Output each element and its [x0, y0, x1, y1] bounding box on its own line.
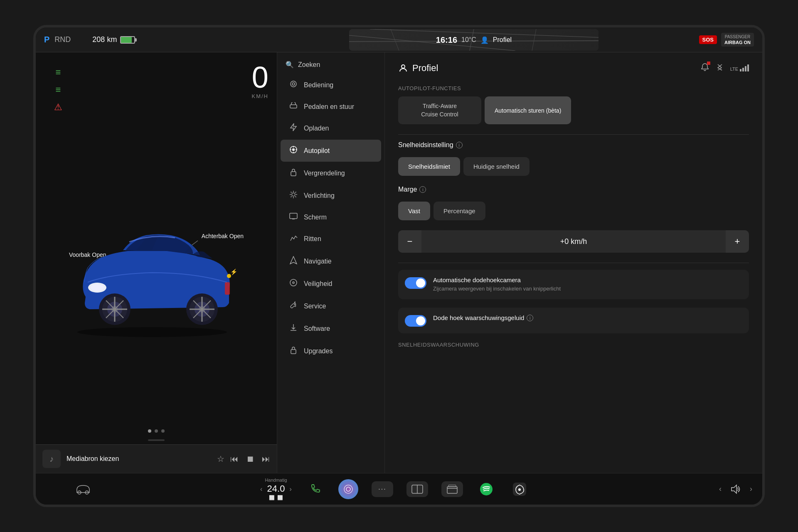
split-screen-button[interactable] — [406, 481, 428, 497]
left-panel: ≡ ≡ ⚠ 0 KM/H Voorbak Open — [36, 52, 277, 473]
dode-hoek-geluid-title: Dode hoek waarschuwingsgeluid i — [433, 314, 742, 321]
menu-item-opladen[interactable]: Opladen — [281, 117, 381, 139]
top-bar-left: P RND 208 km — [44, 35, 285, 44]
volume-chevron-right[interactable]: › — [750, 485, 752, 493]
svg-rect-34 — [290, 105, 297, 108]
svg-line-3 — [532, 29, 536, 51]
temp-sub-icons: ⬜ ⬜ — [269, 495, 283, 500]
profile-label: Profiel — [493, 36, 512, 44]
svg-marker-72 — [732, 485, 736, 493]
svg-line-51 — [291, 196, 292, 197]
section-snelheid-label: Snelheidswaarschuwing — [398, 342, 749, 348]
svg-point-55 — [290, 279, 297, 286]
menu-item-verlichting[interactable]: Verlichting — [281, 185, 381, 207]
speed-unit: KM/H — [252, 93, 269, 99]
media-title: Mediabron kiezen — [66, 455, 211, 463]
top-bar-center: 16:16 10°C 👤 Profiel — [285, 29, 663, 51]
dodehoekcamera-toggle[interactable] — [405, 277, 426, 289]
dode-hoek-info-icon[interactable]: i — [527, 315, 533, 321]
menu-item-bediening[interactable]: Bediening — [281, 74, 381, 96]
percentage-button[interactable]: Percentage — [433, 202, 485, 220]
menu-item-software[interactable]: Software — [281, 318, 381, 340]
ritten-icon — [289, 234, 298, 244]
media-favorite-icon[interactable]: ☆ — [217, 454, 224, 464]
speed-number: 0 — [252, 62, 269, 92]
marge-info-icon[interactable]: i — [419, 186, 426, 193]
volume-chevron-left[interactable]: ‹ — [719, 485, 722, 493]
menu-item-vergrendeling[interactable]: Vergrendeling — [281, 162, 381, 184]
bluetooth-icon[interactable] — [716, 62, 724, 74]
menu-item-veiligheid[interactable]: Veiligheid — [281, 273, 381, 295]
top-status-bar: P RND 208 km 16:16 — [36, 27, 762, 52]
scherm-icon — [289, 213, 298, 222]
battery-icon — [120, 36, 135, 44]
spotify-button[interactable] — [476, 479, 496, 499]
stepper-minus-button[interactable]: − — [398, 230, 421, 253]
volume-control[interactable] — [730, 484, 741, 494]
svg-point-43 — [292, 193, 295, 196]
svg-point-59 — [401, 65, 405, 68]
cards-button[interactable] — [441, 481, 463, 497]
navigatie-icon — [289, 256, 298, 266]
sos-badge[interactable]: SOS — [699, 35, 717, 44]
stop-button[interactable]: ⏹ — [246, 454, 254, 464]
search-label: Zoeken — [298, 61, 320, 69]
speed-info-icon[interactable]: i — [456, 142, 463, 148]
svg-point-12 — [91, 284, 104, 291]
taskbar-left — [46, 479, 121, 499]
temp-label: Handmatig — [265, 478, 287, 483]
dode-hoek-geluid-text: Dode hoek waarschuwingsgeluid i — [433, 314, 742, 323]
search-row[interactable]: 🔍 Zoeken — [277, 56, 384, 74]
prev-track-button[interactable]: ⏮ — [230, 454, 239, 464]
car-info-bar: ≡ ≡ ⚠ 0 KM/H — [36, 52, 277, 127]
svg-point-71 — [518, 488, 521, 491]
menu-label-verlichting: Verlichting — [304, 192, 335, 200]
traffic-cruise-button[interactable]: Traffic-AwareCruise Control — [398, 96, 481, 124]
drag-handle — [36, 438, 277, 444]
menu-item-ritten[interactable]: Ritten — [281, 228, 381, 250]
phone-icon[interactable] — [305, 479, 325, 499]
dode-hoek-geluid-toggle[interactable] — [405, 315, 426, 327]
stepper-plus-button[interactable]: + — [726, 230, 749, 253]
menu-label-software: Software — [304, 325, 330, 332]
menu-item-navigatie[interactable]: Navigatie — [281, 250, 381, 272]
temp-chevron-right[interactable]: › — [290, 485, 292, 493]
svg-line-50 — [295, 192, 296, 193]
menu-item-pedalen[interactable]: Pedalen en stuur — [281, 96, 381, 117]
svg-marker-35 — [291, 123, 296, 131]
svg-point-37 — [292, 148, 295, 151]
menu-item-scherm[interactable]: Scherm — [281, 207, 381, 227]
dode-hoek-geluid-toggle-row: Dode hoek waarschuwingsgeluid i — [398, 308, 749, 333]
opladen-icon — [289, 123, 298, 133]
passenger-airbag-indicator: PASSENGER AIRBAG ON — [721, 33, 754, 47]
divider-1 — [398, 134, 749, 135]
menu-panel: 🔍 Zoeken Bediening Pedalen en stuur — [277, 52, 385, 473]
auto-steer-button[interactable]: Automatisch sturen (bèta) — [485, 96, 571, 124]
car-home-icon[interactable] — [73, 479, 93, 499]
svg-point-33 — [292, 83, 295, 85]
speed-limit-button[interactable]: Snelheidslimiet — [398, 157, 460, 176]
svg-point-69 — [480, 483, 493, 495]
notification-icon[interactable] — [700, 62, 709, 74]
dot-2[interactable] — [155, 429, 158, 433]
temp-chevron-left[interactable]: ‹ — [260, 485, 262, 493]
car-image: Voorbak Open ☝ ☝ Achterbak Open — [57, 209, 256, 342]
nav-app-button[interactable] — [510, 479, 530, 499]
next-track-button[interactable]: ⏭ — [262, 454, 270, 464]
temp-number: 24.0 — [267, 483, 285, 494]
dot-1[interactable] — [148, 429, 151, 433]
menu-item-autopilot[interactable]: Autopilot — [281, 140, 381, 162]
vast-button[interactable]: Vast — [398, 202, 430, 220]
camera-orb-icon[interactable] — [338, 479, 358, 499]
more-options-button[interactable]: ··· — [372, 481, 393, 497]
menu-item-upgrades[interactable]: Upgrades — [281, 340, 381, 362]
dodehoekcamera-title: Automatische dodehoekcamera — [433, 276, 742, 283]
svg-line-49 — [295, 196, 296, 197]
current-speed-button[interactable]: Huidige snelheid — [463, 157, 530, 176]
temp-display-control: Handmatig 24.0 ⬜ ⬜ — [265, 478, 287, 500]
dot-3[interactable] — [161, 429, 165, 433]
menu-item-service[interactable]: Service — [281, 295, 381, 317]
media-controls: ⏮ ⏹ ⏭ — [230, 454, 270, 464]
menu-label-service: Service — [304, 303, 326, 310]
media-bar: ♪ Mediabron kiezen ☆ ⏮ ⏹ ⏭ — [36, 444, 277, 473]
